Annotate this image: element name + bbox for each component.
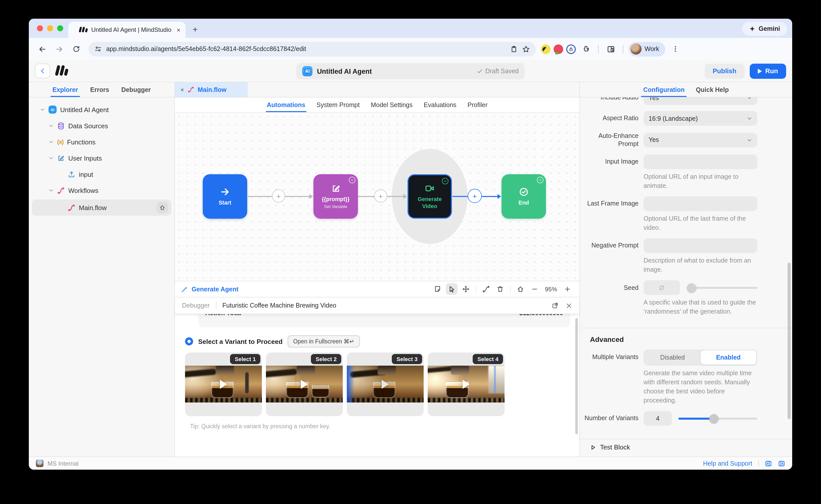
profile-button[interactable]: Work bbox=[629, 42, 665, 56]
connector-tool-icon[interactable] bbox=[480, 283, 492, 295]
open-fullscreen-button[interactable]: Open in Fullscreen ⌘↵ bbox=[288, 335, 360, 347]
select-2-button[interactable]: Select 2 bbox=[311, 354, 341, 364]
include-audio-select[interactable]: Yes bbox=[644, 97, 757, 105]
add-step-button[interactable]: + bbox=[272, 189, 285, 203]
select-1-button[interactable]: Select 1 bbox=[230, 354, 260, 364]
publish-button[interactable]: Publish bbox=[705, 63, 745, 79]
variant-card-3[interactable]: Select 3 bbox=[347, 352, 424, 416]
slider-handle[interactable] bbox=[687, 283, 696, 292]
tab-evaluations[interactable]: Evaluations bbox=[424, 97, 456, 112]
forward-nav-icon[interactable] bbox=[52, 42, 66, 56]
close-window-button[interactable] bbox=[37, 25, 43, 31]
variant-card-1[interactable]: Select 1 bbox=[185, 352, 262, 416]
tree-item-data-sources[interactable]: Data Sources bbox=[29, 118, 174, 134]
chevron-down-icon[interactable] bbox=[48, 188, 54, 193]
collapse-icon[interactable] bbox=[537, 177, 543, 183]
tab-close-icon[interactable]: × bbox=[177, 27, 180, 33]
video-thumbnail[interactable] bbox=[266, 366, 343, 402]
disabled-option[interactable]: Disabled bbox=[645, 350, 701, 364]
collapse-icon[interactable] bbox=[349, 177, 355, 183]
delete-tool-icon[interactable] bbox=[494, 283, 506, 295]
site-settings-icon[interactable] bbox=[94, 45, 102, 53]
close-icon[interactable] bbox=[566, 302, 572, 309]
tree-item-agent[interactable]: AI Untitled AI Agent bbox=[29, 102, 174, 118]
extensions-puzzle-icon[interactable] bbox=[579, 42, 593, 56]
extension-icon-strawberry[interactable] bbox=[553, 44, 563, 54]
set-variable-node[interactable]: {{prompt}} Set Variable bbox=[314, 174, 358, 219]
clipboard-icon[interactable] bbox=[510, 45, 518, 53]
notes-tool-icon[interactable] bbox=[432, 283, 443, 295]
reload-icon[interactable] bbox=[69, 42, 83, 56]
tab-quick-help[interactable]: Quick Help bbox=[696, 82, 729, 97]
play-icon[interactable] bbox=[220, 380, 227, 389]
mindstudio-logo[interactable] bbox=[56, 65, 68, 77]
select-3-button[interactable]: Select 3 bbox=[392, 354, 422, 364]
seed-slider[interactable] bbox=[687, 287, 757, 289]
generate-video-node[interactable]: Generate Video bbox=[407, 174, 452, 219]
tab-automations[interactable]: Automations bbox=[267, 97, 305, 112]
add-step-button[interactable]: + bbox=[374, 189, 387, 203]
home-icon[interactable] bbox=[157, 202, 168, 213]
tab-system-prompt[interactable]: System Prompt bbox=[317, 97, 360, 112]
video-thumbnail[interactable] bbox=[347, 366, 424, 402]
tree-item-user-inputs[interactable]: User Inputs bbox=[29, 150, 174, 166]
play-icon[interactable] bbox=[463, 380, 470, 389]
tree-item-workflows[interactable]: Workflows bbox=[29, 182, 174, 198]
number-of-variants-input[interactable]: 4 bbox=[644, 411, 672, 426]
extension-icon-yellow[interactable] bbox=[541, 44, 550, 54]
play-icon[interactable] bbox=[301, 380, 308, 389]
flow-canvas[interactable]: Start {{prompt}} Set Variable Generate V… bbox=[175, 113, 579, 281]
variant-card-2[interactable]: Select 2 bbox=[266, 352, 343, 416]
aspect-ratio-select[interactable]: 16:9 (Landscape) bbox=[644, 111, 757, 126]
new-tab-button[interactable]: + bbox=[188, 23, 202, 36]
end-node[interactable]: End bbox=[501, 174, 546, 219]
toggle-panel-left-icon[interactable] bbox=[778, 460, 785, 467]
close-icon[interactable]: × bbox=[180, 86, 184, 93]
run-button[interactable]: Run bbox=[750, 63, 786, 79]
zoom-in-icon[interactable] bbox=[562, 283, 573, 295]
start-node[interactable]: Start bbox=[203, 174, 247, 219]
tab-model-settings[interactable]: Model Settings bbox=[371, 97, 413, 112]
help-and-support-link[interactable]: Help and Support bbox=[703, 460, 752, 467]
onepassword-extension-icon[interactable] bbox=[566, 44, 576, 54]
tab-debugger[interactable]: Debugger bbox=[121, 82, 151, 97]
file-tab-main-flow[interactable]: × Main.flow bbox=[175, 82, 248, 97]
search-tabs-icon[interactable] bbox=[603, 42, 618, 56]
browser-menu-icon[interactable] bbox=[668, 42, 683, 56]
variant-card-4[interactable]: Select 4 bbox=[428, 352, 504, 416]
select-tool-icon[interactable] bbox=[446, 283, 457, 295]
last-frame-field[interactable] bbox=[644, 196, 757, 211]
add-step-button-active[interactable]: + bbox=[468, 189, 482, 203]
enabled-option[interactable]: Enabled bbox=[701, 350, 756, 364]
bookmark-star-icon[interactable] bbox=[522, 45, 530, 53]
home-view-icon[interactable] bbox=[515, 283, 526, 295]
chevron-down-icon[interactable] bbox=[48, 123, 54, 128]
url-bar[interactable]: app.mindstudio.ai/agents/5e54eb65-fc62-4… bbox=[88, 42, 536, 56]
tree-item-input[interactable]: input bbox=[29, 166, 174, 182]
generate-agent-button[interactable]: Generate Agent bbox=[181, 286, 239, 293]
select-4-button[interactable]: Select 4 bbox=[473, 354, 503, 364]
video-thumbnail[interactable] bbox=[185, 366, 262, 402]
tab-profiler[interactable]: Profiler bbox=[468, 97, 488, 112]
negative-prompt-field[interactable] bbox=[644, 238, 757, 253]
agent-title-bar[interactable]: AI Untitled AI Agent Draft Saved bbox=[296, 63, 525, 79]
zoom-out-icon[interactable] bbox=[529, 283, 540, 295]
back-button[interactable] bbox=[35, 64, 50, 78]
test-block-button[interactable]: Test Block bbox=[580, 439, 792, 455]
play-icon[interactable] bbox=[382, 380, 389, 389]
maximize-window-button[interactable] bbox=[57, 25, 63, 31]
chevron-down-icon[interactable] bbox=[48, 139, 54, 144]
tab-explorer[interactable]: Explorer bbox=[52, 82, 78, 97]
seed-input[interactable]: ∅ bbox=[644, 281, 680, 295]
back-nav-icon[interactable] bbox=[35, 42, 49, 56]
number-of-variants-slider[interactable] bbox=[679, 417, 757, 419]
video-thumbnail[interactable] bbox=[428, 366, 504, 402]
input-image-field[interactable] bbox=[644, 154, 757, 169]
minimize-window-button[interactable] bbox=[47, 25, 53, 31]
chevron-down-icon[interactable] bbox=[48, 156, 54, 161]
collapse-icon[interactable] bbox=[442, 178, 448, 184]
tab-errors[interactable]: Errors bbox=[90, 82, 109, 97]
gemini-button[interactable]: Gemini bbox=[742, 22, 787, 36]
scrollbar[interactable] bbox=[575, 318, 578, 434]
chevron-down-icon[interactable] bbox=[40, 107, 45, 112]
